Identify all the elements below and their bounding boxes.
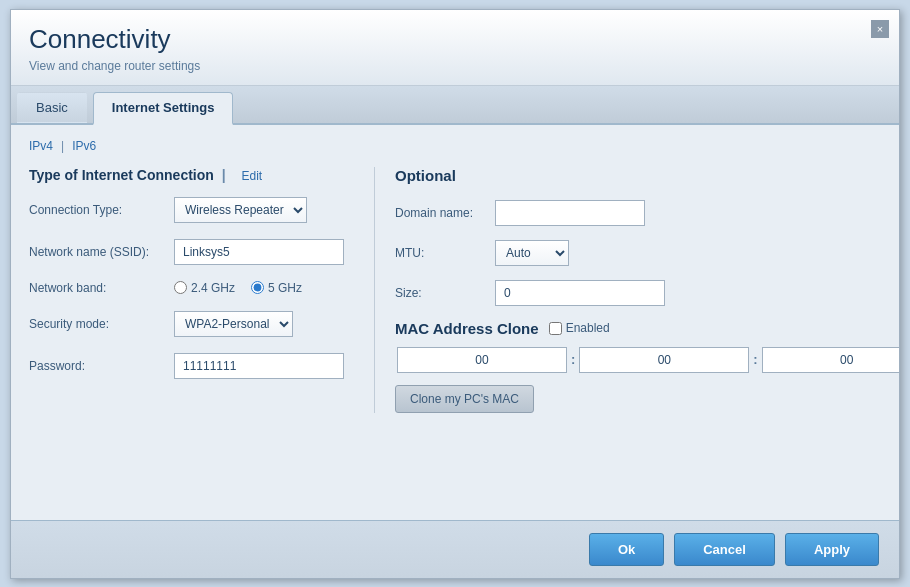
network-band-row: Network band: 2.4 GHz 5 GHz xyxy=(29,281,344,295)
apply-button[interactable]: Apply xyxy=(785,533,879,566)
connection-type-select[interactable]: Wireless Repeater Automatic (DHCP) Stati… xyxy=(174,197,307,223)
connection-type-row: Connection Type: Wireless Repeater Autom… xyxy=(29,197,344,223)
network-name-row: Network name (SSID): xyxy=(29,239,344,265)
mac-enabled-checkbox[interactable] xyxy=(549,322,562,335)
password-input[interactable] xyxy=(174,353,344,379)
mac-sep-2: : xyxy=(751,352,759,367)
connection-type-label: Connection Type: xyxy=(29,203,174,217)
mac-fields: : : : : : xyxy=(397,347,899,373)
mac-sep-1: : xyxy=(569,352,577,367)
size-row: Size: xyxy=(395,280,899,306)
cancel-button[interactable]: Cancel xyxy=(674,533,775,566)
mtu-row: MTU: Auto Manual xyxy=(395,240,899,266)
ok-button[interactable]: Ok xyxy=(589,533,664,566)
connection-section-title: Type of Internet Connection | Edit xyxy=(29,167,344,183)
size-label: Size: xyxy=(395,286,495,300)
dialog-footer: Ok Cancel Apply xyxy=(11,520,899,578)
mtu-select[interactable]: Auto Manual xyxy=(495,240,569,266)
tab-bar: Basic Internet Settings xyxy=(11,86,899,125)
security-mode-control: WPA2-Personal None WPA Personal WPA Ente… xyxy=(174,311,293,337)
dialog-subtitle: View and change router settings xyxy=(29,59,881,73)
password-label: Password: xyxy=(29,359,174,373)
band-2ghz-radio[interactable] xyxy=(174,281,187,294)
connection-type-control: Wireless Repeater Automatic (DHCP) Stati… xyxy=(174,197,307,223)
band-5ghz-radio[interactable] xyxy=(251,281,264,294)
security-mode-select[interactable]: WPA2-Personal None WPA Personal WPA Ente… xyxy=(174,311,293,337)
dialog-header: Connectivity View and change router sett… xyxy=(11,10,899,86)
mac-octet-3[interactable] xyxy=(762,347,899,373)
ip-separator: | xyxy=(61,139,64,153)
mac-clone-title: MAC Address Clone xyxy=(395,320,539,337)
optional-title: Optional xyxy=(395,167,899,184)
mtu-label: MTU: xyxy=(395,246,495,260)
band-5ghz-label[interactable]: 5 GHz xyxy=(251,281,302,295)
password-row: Password: xyxy=(29,353,344,379)
clone-mac-button[interactable]: Clone my PC's MAC xyxy=(395,385,534,413)
network-name-label: Network name (SSID): xyxy=(29,245,174,259)
security-mode-row: Security mode: WPA2-Personal None WPA Pe… xyxy=(29,311,344,337)
tab-basic[interactable]: Basic xyxy=(17,92,87,123)
band-5ghz-text: 5 GHz xyxy=(268,281,302,295)
network-name-control xyxy=(174,239,344,265)
mac-enabled-text: Enabled xyxy=(566,321,610,335)
network-name-input[interactable] xyxy=(174,239,344,265)
mac-octet-2[interactable] xyxy=(579,347,749,373)
password-control xyxy=(174,353,344,379)
content-area: IPv4 | IPv6 Type of Internet Connection … xyxy=(11,125,899,513)
mac-octet-1[interactable] xyxy=(397,347,567,373)
right-column: Optional Domain name: MTU: Auto Manual xyxy=(374,167,899,413)
band-2ghz-text: 2.4 GHz xyxy=(191,281,235,295)
domain-name-row: Domain name: xyxy=(395,200,899,226)
mtu-control: Auto Manual xyxy=(495,240,569,266)
security-mode-label: Security mode: xyxy=(29,317,174,331)
ipv6-link[interactable]: IPv6 xyxy=(72,139,96,153)
size-input[interactable] xyxy=(495,280,665,306)
connectivity-dialog: Connectivity View and change router sett… xyxy=(10,9,900,579)
edit-link[interactable]: Edit xyxy=(241,169,262,183)
mac-enabled-label[interactable]: Enabled xyxy=(549,321,610,335)
domain-name-label: Domain name: xyxy=(395,206,495,220)
band-2ghz-label[interactable]: 2.4 GHz xyxy=(174,281,235,295)
dialog-title: Connectivity xyxy=(29,24,881,55)
mac-clone-section: MAC Address Clone Enabled xyxy=(395,320,899,337)
domain-name-input[interactable] xyxy=(495,200,645,226)
ipv4-link[interactable]: IPv4 xyxy=(29,139,53,153)
close-button[interactable]: × xyxy=(871,20,889,38)
network-band-control: 2.4 GHz 5 GHz xyxy=(174,281,302,295)
main-columns: Type of Internet Connection | Edit Conne… xyxy=(29,167,881,413)
tab-internet-settings[interactable]: Internet Settings xyxy=(93,92,234,125)
network-band-label: Network band: xyxy=(29,281,174,295)
left-column: Type of Internet Connection | Edit Conne… xyxy=(29,167,344,413)
ip-links: IPv4 | IPv6 xyxy=(29,139,881,153)
